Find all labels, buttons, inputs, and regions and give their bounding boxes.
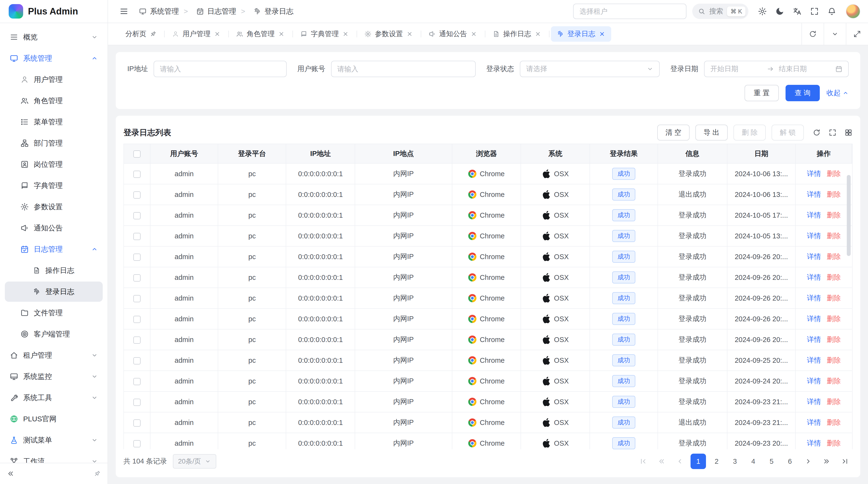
delete-link[interactable]: 删除 [827,211,841,220]
delete-link[interactable]: 删除 [827,252,841,261]
sidebar-item[interactable]: 租户管理 [5,345,103,365]
sidebar-item[interactable]: 日志管理 [5,239,103,259]
row-checkbox[interactable] [133,295,141,302]
row-checkbox[interactable] [133,419,141,427]
sidebar-item[interactable]: 系统工具 [5,388,103,408]
tab[interactable]: 分析页 [120,26,162,42]
first-page-button[interactable] [636,454,651,469]
refresh-icon[interactable] [812,128,821,137]
close-icon[interactable] [470,31,477,37]
delete-link[interactable]: 删除 [827,397,841,407]
delete-link[interactable]: 删除 [827,169,841,179]
row-checkbox[interactable] [133,191,141,199]
tab[interactable]: 字典管理 [294,26,355,42]
close-icon[interactable] [342,31,349,37]
page-button[interactable]: 4 [745,454,761,469]
detail-link[interactable]: 详情 [807,169,821,179]
settings-button[interactable] [754,3,771,20]
refresh-tab-button[interactable] [802,23,824,45]
page-button[interactable]: 1 [690,454,706,469]
page-button[interactable]: 5 [764,454,779,469]
global-search[interactable]: 搜索 ⌘ K [692,4,748,19]
detail-link[interactable]: 详情 [807,397,821,407]
breadcrumb-item[interactable]: > 系统管理 [139,6,179,17]
last-page-button[interactable] [837,454,852,469]
detail-link[interactable]: 详情 [807,231,821,241]
detail-link[interactable]: 详情 [807,252,821,261]
login-date-range[interactable]: 开始日期 结束日期 [704,61,849,77]
prev-page-button[interactable] [672,454,688,469]
search-button[interactable]: 查 询 [785,85,820,101]
user-avatar[interactable] [846,4,860,19]
sidebar-item[interactable]: 菜单管理 [5,112,103,132]
sidebar-item[interactable]: 岗位管理 [5,154,103,174]
row-checkbox[interactable] [133,316,141,323]
clear-button[interactable]: 清 空 [657,125,689,140]
unlock-button[interactable]: 解 锁 [772,125,804,140]
tab[interactable]: 操作日志 [487,26,547,42]
sidebar-item[interactable]: 部门管理 [5,133,103,153]
sidebar-item[interactable]: 系统监控 [5,366,103,387]
close-icon[interactable] [534,31,541,37]
ip-address-input[interactable] [160,65,280,73]
tab[interactable]: 通知公告 [423,26,483,42]
sidebar-item[interactable]: 文件管理 [5,303,103,323]
delete-link[interactable]: 删除 [827,418,841,427]
detail-link[interactable]: 详情 [807,314,821,324]
detail-link[interactable]: 详情 [807,211,821,220]
detail-link[interactable]: 详情 [807,439,821,448]
table-scrollbar[interactable] [847,175,850,256]
select-all-checkbox[interactable] [133,151,141,158]
sidebar-item[interactable]: 通知公告 [5,218,103,238]
breadcrumb-item[interactable]: > 日志管理 [179,6,236,17]
collapse-sidebar-icon[interactable] [7,470,14,478]
sidebar-toggle-button[interactable] [116,3,132,20]
language-button[interactable] [789,3,805,20]
fullscreen-button[interactable] [806,3,823,20]
row-checkbox[interactable] [133,233,141,240]
prev-5-pages-button[interactable] [654,454,669,469]
column-settings-icon[interactable] [844,128,852,137]
sidebar-item[interactable]: 角色管理 [5,91,103,111]
delete-link[interactable]: 删除 [827,335,841,345]
page-button[interactable]: 2 [709,454,724,469]
notifications-button[interactable] [824,3,840,20]
sidebar-item[interactable]: PLUS官网 [5,409,103,429]
page-button[interactable]: 6 [782,454,798,469]
row-checkbox[interactable] [133,274,141,282]
row-checkbox[interactable] [133,357,141,364]
row-checkbox[interactable] [133,378,141,385]
collapse-filter-link[interactable]: 收起 [827,88,849,98]
row-checkbox[interactable] [133,336,141,344]
sidebar-item[interactable]: 操作日志 [5,260,103,281]
next-5-pages-button[interactable] [819,454,834,469]
detail-link[interactable]: 详情 [807,418,821,427]
row-checkbox[interactable] [133,440,141,447]
tab[interactable]: 角色管理 [230,26,290,42]
row-checkbox[interactable] [133,254,141,261]
delete-link[interactable]: 删除 [827,376,841,386]
delete-link[interactable]: 删除 [827,272,841,282]
row-checkbox[interactable] [133,212,141,219]
delete-link[interactable]: 删除 [827,293,841,303]
delete-link[interactable]: 删除 [827,314,841,324]
next-page-button[interactable] [801,454,816,469]
detail-link[interactable]: 详情 [807,272,821,282]
tab[interactable]: 参数设置 [359,26,419,42]
breadcrumb-item[interactable]: > 登录日志 [236,6,294,17]
login-status-select[interactable]: 请选择 [520,61,660,77]
dark-mode-toggle[interactable] [772,3,788,20]
detail-link[interactable]: 详情 [807,190,821,199]
tab[interactable]: 登录日志 [551,26,611,42]
delete-button[interactable]: 删 除 [734,125,766,140]
delete-link[interactable]: 删除 [827,231,841,241]
delete-link[interactable]: 删除 [827,356,841,365]
fullscreen-icon[interactable] [829,128,837,137]
close-icon[interactable] [599,31,606,37]
detail-link[interactable]: 详情 [807,376,821,386]
pin-icon[interactable] [92,469,102,479]
sidebar-item[interactable]: 字典管理 [5,175,103,196]
reset-button[interactable]: 重 置 [745,85,779,101]
sidebar-item[interactable]: 概览 [5,27,103,47]
sidebar-item[interactable]: 系统管理 [5,48,103,68]
